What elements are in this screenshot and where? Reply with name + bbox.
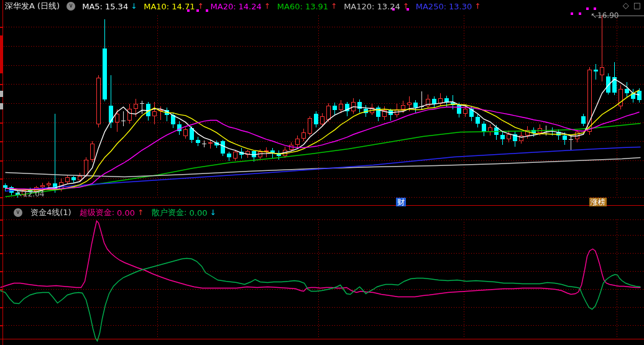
retail-funds-value: 0.00 — [189, 208, 207, 218]
super-funds-arrow-icon: ↑ — [137, 208, 144, 217]
ma60-label: MA60: — [277, 2, 303, 11]
ma60-trend-arrow-icon: ↑ — [331, 2, 337, 11]
ma20-legend: MA20: 14.24 ↑ — [211, 2, 270, 11]
collapse-indicator-icon[interactable]: ∨ — [14, 208, 22, 217]
ma20-trend-arrow-icon: ↑ — [264, 2, 270, 11]
ma10-label: MA10: — [144, 2, 169, 11]
ma60-legend: MA60: 13.91 ↑ — [277, 2, 337, 11]
ma60-value: 13.91 — [305, 2, 328, 11]
ma250-trend-arrow-icon: ↑ — [474, 2, 481, 11]
ma120-trend-arrow-icon: ↑ — [403, 2, 409, 11]
ma5-trend-arrow-icon: ↓ — [131, 2, 137, 11]
collapse-main-icon[interactable]: ∨ — [67, 2, 75, 11]
high-marker-arrow-icon: ↖ — [591, 11, 597, 20]
low-price-value: 12.04 — [23, 190, 44, 198]
low-price-label: ↖ 12.04 — [16, 190, 44, 198]
stock-title: 深华发A (日线) — [5, 1, 60, 12]
indicator-header: ∨ 资金4线(1) 超级资金: 0.00 ↑ 散户资金: 0.00 ↓ — [0, 206, 644, 219]
retail-funds-arrow-icon: ↓ — [209, 208, 216, 217]
ma5-value: 15.34 — [105, 2, 128, 11]
ma20-label: MA20: — [211, 2, 236, 11]
low-marker-arrow-icon: ↖ — [16, 190, 22, 198]
super-funds-label: 超级资金: — [80, 207, 114, 218]
super-funds-legend: 超级资金: 0.00 ↑ — [80, 207, 144, 218]
ma250-legend: MA250: 13.30 ↑ — [416, 2, 481, 11]
ma5-legend: MA5: 15.34 ↓ — [82, 2, 137, 11]
high-price-value: 16.90 — [597, 11, 619, 20]
ma10-value: 14.71 — [172, 2, 195, 11]
restore-window-icon[interactable]: □ — [633, 1, 641, 10]
ma120-legend: MA120: 13.24 ↑ — [344, 2, 409, 11]
ma120-label: MA120: — [344, 2, 374, 11]
ma10-trend-arrow-icon: ↑ — [197, 2, 203, 11]
main-chart-header: 深华发A (日线) ∨ MA5: 15.34 ↓ MA10: 14.71 ↑ M… — [0, 0, 644, 12]
window-corner-icons: ◇ □ — [623, 1, 641, 10]
ma5-label: MA5: — [82, 2, 103, 11]
candlestick-chart-canvas[interactable] — [0, 0, 644, 206]
news-badge[interactable]: 财 — [396, 198, 406, 206]
retail-funds-label: 散户资金: — [152, 207, 186, 218]
ma120-value: 13.24 — [377, 2, 400, 11]
gainers-badge[interactable]: 涨榜 — [589, 198, 607, 206]
ma250-label: MA250: — [416, 2, 446, 11]
diamond-icon[interactable]: ◇ — [623, 1, 629, 10]
money-flow-chart-canvas[interactable] — [0, 206, 644, 345]
high-price-label: ↖ 16.90 — [591, 11, 619, 20]
indicator-name: 资金4线(1) — [30, 207, 71, 218]
ma250-value: 13.30 — [449, 2, 472, 11]
ma20-value: 14.24 — [239, 2, 262, 11]
trading-app-window: 深华发A (日线) ∨ MA5: 15.34 ↓ MA10: 14.71 ↑ M… — [0, 0, 644, 345]
super-funds-value: 0.00 — [117, 208, 135, 218]
retail-funds-legend: 散户资金: 0.00 ↓ — [152, 207, 216, 218]
ma10-legend: MA10: 14.71 ↑ — [144, 2, 203, 11]
